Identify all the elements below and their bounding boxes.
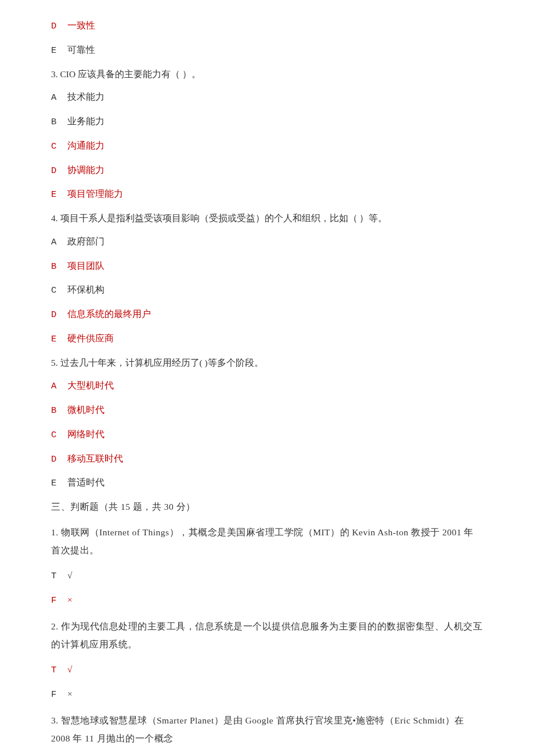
option-q4-b: B项目团队 <box>51 259 483 273</box>
option-marker: A <box>51 380 67 393</box>
option-marker: D <box>51 308 67 322</box>
option-text: 技术能力 <box>67 92 104 102</box>
option-marker: D <box>51 20 67 33</box>
option-q5-b: B微机时代 <box>51 403 483 417</box>
tf-symbol: √ <box>67 664 73 674</box>
option-marker: B <box>51 260 67 273</box>
option-marker: B <box>51 116 67 129</box>
option-q3-b: B业务能力 <box>51 114 483 129</box>
question-text: 过去几十年来，计算机应用经历了( )等多个阶段。 <box>60 358 264 368</box>
option-q5-a: A大型机时代 <box>51 379 483 393</box>
option-text: 沟通能力 <box>67 141 104 150</box>
option-marker: A <box>51 236 67 249</box>
question-number: 3. <box>51 69 58 79</box>
question-text: 智慧地球或智慧星球（Smarter Planet）是由 Google 首席执行官… <box>51 715 464 743</box>
question-number: 3. <box>51 715 59 725</box>
judgment-2-stem: 2. 作为现代信息处理的主要工具，信息系统是一个以提供信息服务为主要目的的数据密… <box>51 617 483 653</box>
question-text: CIO 应该具备的主要能力有（ ）。 <box>60 69 201 79</box>
option-q5-c: C网络时代 <box>51 427 483 442</box>
option-text: 可靠性 <box>67 45 95 55</box>
tf-symbol: × <box>67 595 73 604</box>
judgment-1-t: T√ <box>51 568 483 583</box>
option-q4-a: A政府部门 <box>51 235 483 249</box>
tf-marker: F <box>51 594 67 607</box>
option-text: 硬件供应商 <box>67 333 114 343</box>
question-number: 5. <box>51 358 58 368</box>
option-q3-a: A技术能力 <box>51 90 483 105</box>
section-3-heading: 三、判断题（共 15 题，共 30 分） <box>51 500 483 513</box>
option-text: 一致性 <box>67 20 95 30</box>
question-text: 物联网（Internet of Things），其概念是美国麻省理工学院（MIT… <box>51 527 474 555</box>
option-text: 信息系统的最终用户 <box>67 309 151 319</box>
question-4-stem: 4. 项目干系人是指利益受该项目影响（受损或受益）的个人和组织，比如（ ）等。 <box>51 211 483 225</box>
option-marker: A <box>51 91 67 105</box>
option-text: 微机时代 <box>67 405 104 415</box>
option-text: 环保机构 <box>67 285 104 294</box>
option-marker: D <box>51 453 67 466</box>
option-text: 普适时代 <box>67 477 104 487</box>
option-q3-c: C沟通能力 <box>51 139 483 153</box>
option-marker: C <box>51 140 67 153</box>
option-marker: C <box>51 429 67 442</box>
option-q4-d: D信息系统的最终用户 <box>51 307 483 322</box>
option-q2-e: E可靠性 <box>51 43 483 57</box>
tf-marker: F <box>51 688 67 701</box>
option-text: 大型机时代 <box>67 380 114 390</box>
option-q5-d: D移动互联时代 <box>51 452 483 466</box>
option-text: 业务能力 <box>67 116 104 126</box>
question-text: 作为现代信息处理的主要工具，信息系统是一个以提供信息服务为主要目的的数据密集型、… <box>51 621 482 649</box>
option-text: 项目团队 <box>67 261 104 271</box>
judgment-3-stem: 3. 智慧地球或智慧星球（Smarter Planet）是由 Google 首席… <box>51 711 483 747</box>
question-number: 4. <box>51 213 58 223</box>
judgment-1-stem: 1. 物联网（Internet of Things），其概念是美国麻省理工学院（… <box>51 523 483 559</box>
option-marker: C <box>51 284 67 297</box>
option-marker: E <box>51 44 67 57</box>
option-marker: E <box>51 333 67 346</box>
option-text: 项目管理能力 <box>67 189 123 199</box>
option-text: 协调能力 <box>67 165 104 175</box>
option-marker: E <box>51 477 67 490</box>
question-number: 1. <box>51 527 59 537</box>
option-marker: B <box>51 404 67 417</box>
judgment-2-t: T√ <box>51 663 483 677</box>
option-marker: D <box>51 164 67 178</box>
question-3-stem: 3. CIO 应该具备的主要能力有（ ）。 <box>51 67 483 81</box>
option-marker: E <box>51 188 67 201</box>
question-text: 项目干系人是指利益受该项目影响（受损或受益）的个人和组织，比如（ ）等。 <box>60 213 388 223</box>
judgment-2-f: F× <box>51 687 483 701</box>
option-q4-c: C环保机构 <box>51 283 483 297</box>
tf-marker: T <box>51 664 67 677</box>
tf-symbol: √ <box>67 570 73 580</box>
option-q3-d: D协调能力 <box>51 163 483 178</box>
option-text: 移动互联时代 <box>67 453 123 463</box>
option-q2-d: D一致性 <box>51 19 483 33</box>
judgment-1-f: F× <box>51 593 483 607</box>
tf-symbol: × <box>67 689 73 699</box>
option-text: 政府部门 <box>67 236 104 246</box>
question-5-stem: 5. 过去几十年来，计算机应用经历了( )等多个阶段。 <box>51 356 483 369</box>
option-q5-e: E普适时代 <box>51 476 483 490</box>
option-q3-e: E项目管理能力 <box>51 187 483 201</box>
option-text: 网络时代 <box>67 429 104 439</box>
tf-marker: T <box>51 570 67 583</box>
option-q4-e: E硬件供应商 <box>51 332 483 346</box>
question-number: 2. <box>51 621 59 631</box>
